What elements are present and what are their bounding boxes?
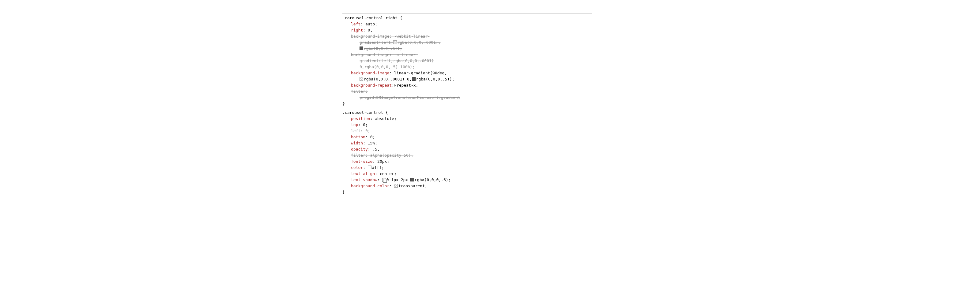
color-swatch-icon[interactable] [412, 77, 415, 81]
css-rule: .carousel-control.right { left: auto; ri… [342, 13, 592, 108]
property-name[interactable]: background-color [351, 184, 389, 188]
css-rule: .carousel-control { position: absolute; … [342, 108, 592, 197]
selector-line: .carousel-control { [342, 109, 592, 116]
property-value[interactable]: absolute [375, 116, 394, 121]
property-value[interactable]: .5 [372, 147, 377, 151]
css-declaration[interactable]: text-shadow: 0 1px 2px rgba(0,0,0,.6); [342, 177, 592, 183]
selector[interactable]: .carousel-control [342, 110, 383, 115]
property-value[interactable]: 15% [368, 141, 375, 145]
selector-line: .carousel-control.right { [342, 15, 592, 21]
css-declaration[interactable]: right: 0; [342, 27, 592, 33]
css-declaration[interactable]: background-repeat:repeat-x; [342, 82, 592, 89]
property-value[interactable]: rgba(0,0,0,.0001) 0, [364, 77, 412, 81]
property-name[interactable]: left [351, 128, 360, 133]
overridden-text: background-image: -webkit-linear- [351, 34, 430, 38]
property-name[interactable]: font-size [351, 159, 372, 164]
color-swatch-icon[interactable] [360, 77, 363, 81]
property-name[interactable]: text-align [351, 171, 375, 176]
close-brace-line: } [342, 101, 592, 107]
property-value[interactable]: center [380, 171, 394, 176]
css-declaration-overridden-cont[interactable]: progid:DXImageTransform.Microsoft.gradie… [342, 95, 592, 101]
expand-icon[interactable] [395, 84, 396, 87]
property-value[interactable]: linear-gradient(90deg, [394, 71, 447, 75]
css-declaration-overridden[interactable]: background-image: -webkit-linear- [342, 33, 592, 40]
shadow-editor-icon[interactable] [382, 178, 386, 182]
css-declaration-overridden[interactable]: filter: alpha(opacity=50); [342, 152, 592, 159]
css-declaration-overridden[interactable]: background-image: -o-linear- [342, 52, 592, 58]
property-value[interactable]: 0 [363, 122, 365, 127]
css-declaration-overridden-cont[interactable]: 0,rgba(0,0,0,.5) 100%); [342, 64, 592, 70]
property-name[interactable]: background-image [351, 71, 389, 75]
css-declaration-overridden-cont[interactable]: gradient(left,rgba(0,0,0,.0001), [342, 40, 592, 46]
color-swatch-icon[interactable] [410, 178, 414, 181]
css-declaration-overridden-cont[interactable]: gradient(left,rgba(0,0,0,.0001) [342, 58, 592, 64]
color-swatch-icon[interactable] [393, 40, 397, 44]
property-value[interactable]: rgba(0,0,0,.5)); [416, 77, 455, 81]
property-value[interactable]: 0 [365, 128, 368, 133]
property-value[interactable]: auto [365, 22, 375, 26]
css-declaration[interactable]: bottom: 0; [342, 134, 592, 140]
color-swatch-icon[interactable] [360, 46, 363, 50]
open-brace: { [400, 16, 402, 20]
css-declaration-overridden[interactable]: left: 0; [342, 128, 592, 134]
overridden-text: background-image: -o-linear- [351, 52, 418, 57]
css-declaration[interactable]: opacity: .5; [342, 146, 592, 152]
property-value[interactable]: transparent [398, 184, 425, 188]
property-name[interactable]: opacity [351, 147, 368, 151]
overridden-text: rgba(0,0,0,.5)); [364, 46, 402, 51]
property-value[interactable]: repeat-x [396, 83, 416, 87]
open-brace: { [385, 110, 388, 115]
property-value[interactable]: 20px [377, 159, 387, 164]
css-declaration-cont[interactable]: rgba(0,0,0,.0001) 0,rgba(0,0,0,.5)); [342, 76, 592, 82]
property-name[interactable]: text-shadow [351, 178, 377, 182]
color-swatch-icon[interactable] [394, 184, 398, 187]
property-value[interactable]: #fff [372, 165, 382, 170]
property-name[interactable]: background-repeat [351, 83, 392, 87]
overridden-text: progid:DXImageTransform.Microsoft.gradie… [360, 95, 460, 100]
overridden-text: gradient(left, [360, 40, 393, 45]
property-value[interactable]: 0 1px 2px [387, 178, 410, 182]
property-name[interactable]: left [351, 22, 360, 26]
overridden-text: filter: [351, 89, 368, 94]
css-declaration[interactable]: text-align: center; [342, 171, 592, 177]
property-name[interactable]: right [351, 28, 363, 32]
overridden-text: gradient(left,rgba(0,0,0,.0001) [360, 59, 434, 63]
styles-panel[interactable]: .carousel-control.right { left: auto; ri… [342, 13, 592, 197]
css-declaration[interactable]: position: absolute; [342, 116, 592, 122]
property-value[interactable]: rgba(0,0,0,.6) [415, 178, 449, 182]
css-declaration[interactable]: width: 15%; [342, 140, 592, 146]
css-declaration[interactable]: background-color: transparent; [342, 183, 592, 189]
css-declaration[interactable]: font-size: 20px; [342, 159, 592, 165]
css-declaration[interactable]: background-image: linear-gradient(90deg, [342, 70, 592, 76]
css-declaration[interactable]: left: auto; [342, 21, 592, 27]
property-name[interactable]: position [351, 116, 370, 121]
css-declaration-overridden-cont[interactable]: rgba(0,0,0,.5)); [342, 46, 592, 52]
overridden-text: rgba(0,0,0,.0001), [398, 40, 441, 45]
property-name[interactable]: width [351, 141, 363, 145]
property-name[interactable]: color [351, 165, 363, 170]
css-declaration-overridden[interactable]: filter: [342, 89, 592, 95]
css-declaration[interactable]: top: 0; [342, 122, 592, 128]
overridden-text: 0,rgba(0,0,0,.5) 100%); [360, 65, 415, 69]
color-swatch-icon[interactable] [368, 166, 371, 169]
overridden-text: filter: alpha(opacity=50); [351, 153, 414, 158]
close-brace-line: } [342, 189, 592, 195]
property-name[interactable]: top [351, 122, 358, 127]
selector[interactable]: .carousel-control.right [342, 16, 398, 20]
property-name[interactable]: bottom [351, 135, 365, 139]
property-value[interactable]: 0 [368, 28, 370, 32]
css-declaration[interactable]: color: #fff; [342, 165, 592, 171]
